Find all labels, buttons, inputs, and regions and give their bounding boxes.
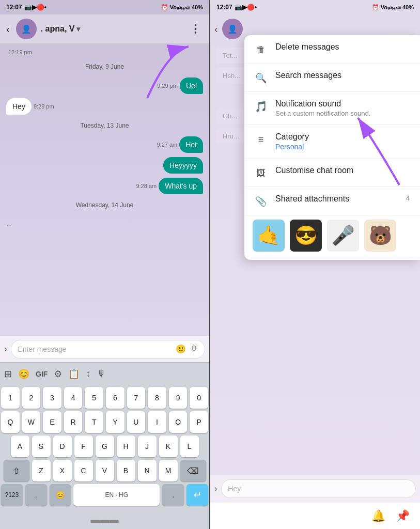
menu-item-notification-sound[interactable]: 🎵 Notification sound Set a custom notifi… [244,92,420,125]
key-h[interactable]: H [117,435,135,457]
keyboard-settings-icon[interactable]: ⚙ [54,368,62,380]
num-key[interactable]: ?123 [1,484,23,506]
keyboard: 1 2 3 4 5 6 7 8 9 0 Q W E R T Y U I O P … [0,385,209,510]
period-key[interactable]: . [162,484,184,506]
key-t[interactable]: T [85,411,103,433]
attachment-thumb-1[interactable]: 🤙 [253,220,285,252]
left-panel: 12:07 📷▶🔴• ⏰ Vo₈ᵢₗₜₑ₁ᵢₗₗ 40% ‹ 👤 . apna,… [0,0,209,529]
right-input-bar: › Hey [210,475,420,502]
key-j[interactable]: J [138,435,157,457]
back-button-right[interactable]: ‹ [214,23,218,35]
keyboard-clipboard-icon[interactable]: 📋 [68,368,80,380]
key-a[interactable]: A [11,435,29,457]
key-m[interactable]: M [159,460,178,481]
key-s[interactable]: S [32,435,51,457]
enter-key[interactable]: ↵ [186,484,208,506]
emoji-icon[interactable]: 🙂 [176,344,186,354]
notification-icons: 📷▶🔴• [24,4,46,11]
key-x[interactable]: X [53,460,72,481]
key-u[interactable]: U [127,411,146,433]
menu-item-delete[interactable]: 🗑 Delete messages [244,35,420,64]
key-k[interactable]: K [159,435,178,457]
menu-item-category[interactable]: ≡ Category Personal [244,125,420,159]
keyboard-gif-label[interactable]: GIF [36,370,48,378]
key-l[interactable]: L [180,435,199,457]
attachment-thumb-3[interactable]: 🎤 [327,220,359,252]
voice-wave-icon[interactable]: 🎙 [190,345,198,354]
key-q[interactable]: Q [1,411,20,433]
key-r[interactable]: R [64,411,83,433]
key-c[interactable]: C [74,460,93,481]
signal-icons: ⏰ Vo₈ᵢₗₜₑ₁ᵢₗₗ [161,4,190,11]
comma-key[interactable]: , [25,484,47,506]
back-button[interactable]: ‹ [4,21,12,37]
menu-item-search[interactable]: 🔍 Search messages [244,64,420,92]
customise-icon: 🖼 [255,167,267,179]
bell-icon[interactable]: 🔔 [371,509,385,523]
emoji-key[interactable]: 😊 [50,484,71,506]
more-options-button[interactable]: ⋮ [185,20,205,38]
customise-label: Customise chat room [275,166,410,175]
key-b[interactable]: B [117,460,135,481]
qwerty-row: Q W E R T Y U I O P [1,411,208,433]
avatar-right: 👤 [222,19,243,39]
key-e[interactable]: E [43,411,61,433]
contact-name[interactable]: . apna, V ▾ [41,24,181,34]
date-divider-tuesday: Tuesday, 13 June [6,122,203,129]
key-2[interactable]: 2 [22,387,41,409]
shift-key[interactable]: ⇧ [4,460,29,481]
key-3[interactable]: 3 [43,387,61,409]
key-y[interactable]: Y [106,411,125,433]
menu-item-attachments[interactable]: 📎 Shared attachments 4 [244,187,420,215]
message-input-bar[interactable]: › Enter message 🙂 🎙 [0,335,209,362]
search-icon: 🔍 [255,72,267,84]
attachment-thumb-2[interactable]: 😎 [290,220,322,252]
category-value: Personal [275,143,410,151]
message-input-field[interactable]: Enter message 🙂 🎙 [11,340,205,359]
key-p[interactable]: P [190,411,208,433]
zxcv-row: ⇧ Z X C V B N M ⌫ [1,460,208,481]
keyboard-apps-icon[interactable]: ⊞ [4,368,12,380]
key-n[interactable]: N [138,460,157,481]
keyboard-resize-icon[interactable]: ↕ [86,368,90,379]
key-d[interactable]: D [53,435,72,457]
key-w[interactable]: W [22,411,41,433]
attachment-thumb-4[interactable]: 🐻 [364,220,396,252]
key-z[interactable]: Z [32,460,51,481]
bottom-row: ?123 , 😊 EN · HG . ↵ [1,484,208,506]
key-g[interactable]: G [96,435,114,457]
key-5[interactable]: 5 [85,387,103,409]
time-right: 12:07 [216,4,232,11]
keyboard-mic-icon[interactable]: 🎙 [97,368,106,379]
key-0[interactable]: 0 [190,387,208,409]
bubble-sent: Heyyyyy [163,157,203,174]
chat-header: ‹ 👤 . apna, V ▾ ⋮ [0,14,209,43]
right-input-field[interactable]: Hey [221,479,416,498]
key-6[interactable]: 6 [106,387,125,409]
number-row: 1 2 3 4 5 6 7 8 9 0 [1,387,208,409]
space-key[interactable]: EN · HG [73,484,160,506]
key-4[interactable]: 4 [64,387,83,409]
menu-item-customise[interactable]: 🖼 Customise chat room [244,159,420,187]
status-bar-left: 12:07 📷▶🔴• ⏰ Vo₈ᵢₗₜₑ₁ᵢₗₗ 40% [0,0,209,14]
key-o[interactable]: O [169,411,188,433]
dropdown-icon[interactable]: ▾ [76,25,80,33]
search-messages-label: Search messages [275,71,410,80]
backspace-key[interactable]: ⌫ [180,460,206,481]
asdf-row: A S D F G H J K L [1,435,208,457]
date-divider-friday: Friday, 9 June [6,63,203,70]
key-7[interactable]: 7 [127,387,146,409]
bubble-received: Hey [6,98,32,115]
pin-icon[interactable]: 📌 [396,509,410,523]
expand-button[interactable]: › [4,345,7,354]
key-v[interactable]: V [96,460,114,481]
message-row: Heyyyyy [6,157,203,174]
key-i[interactable]: I [148,411,166,433]
expand-right-icon[interactable]: › [214,484,217,493]
key-f[interactable]: F [74,435,93,457]
key-1[interactable]: 1 [1,387,20,409]
key-8[interactable]: 8 [148,387,166,409]
keyboard-emoji-icon[interactable]: 😊 [18,368,29,380]
key-9[interactable]: 9 [169,387,188,409]
message-row-whatsup: 9:28 am What's up [6,178,203,194]
